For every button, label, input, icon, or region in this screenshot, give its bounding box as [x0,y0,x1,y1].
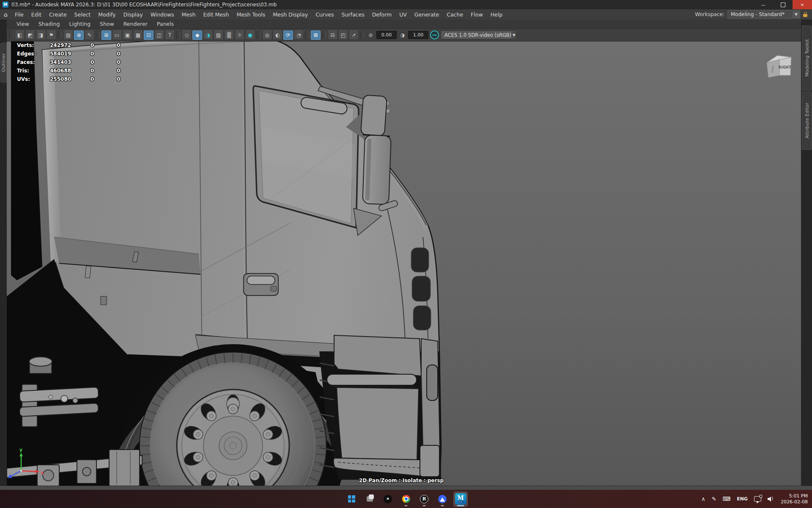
shadows-icon[interactable]: ● [245,30,255,40]
camera-icon[interactable]: ◧ [15,30,25,40]
bookmark-icon[interactable]: ⚑ [47,30,56,40]
menu-item-windows[interactable]: Windows [147,11,178,19]
color-management-toggle[interactable]: ON [430,30,439,39]
gamma-icon[interactable]: ◑ [398,30,407,40]
exposure-field[interactable]: 0.00 [376,31,397,39]
taskbar-start-icon[interactable] [344,491,359,507]
depth-of-field-icon[interactable]: ◔ [294,30,304,40]
menu-item-mesh-tools[interactable]: Mesh Tools [233,11,269,19]
menu-item-edit[interactable]: Edit [27,11,45,19]
close-button[interactable]: ✕ [793,0,812,9]
viewport-canvas[interactable]: y x z RIGHT FRONT [7,41,801,486]
tab-modeling-toolkit[interactable]: Modeling Toolkit [802,25,812,91]
flat-shade-icon[interactable]: ◑ [203,30,213,40]
language-indicator[interactable]: ENG [737,496,748,502]
ambient-occlusion-icon[interactable]: ◎ [262,30,272,40]
panel-menu-lighting[interactable]: Lighting [64,20,95,28]
motion-blur-icon[interactable]: ◐ [273,30,283,40]
isolate-select-icon[interactable]: ⊠ [311,30,321,40]
tab-outliner[interactable]: Outliner [0,43,7,83]
anti-aliasing-icon[interactable]: ⟳ [283,30,293,40]
tray-chevron-icon[interactable]: ∧ [701,496,705,502]
network-icon[interactable] [754,496,761,502]
gamma-field[interactable]: 1.00 [408,31,428,39]
running-indicator [423,505,426,506]
safe-action-icon[interactable]: ◫ [154,30,164,40]
safe-title-icon[interactable]: T [165,30,175,40]
main-menu-bar: ⌂ FileEditCreateSelectModifyDisplayWindo… [0,9,812,20]
panel-menu-view[interactable]: View [12,20,34,28]
taskbar-task-view-icon[interactable] [362,491,377,507]
use-default-material-icon[interactable]: ▒ [224,30,234,40]
backface-culling-icon[interactable]: ◰ [338,30,348,40]
panel-menu-panels[interactable]: Panels [152,20,178,28]
view-transform-select[interactable]: ACES 1.0 SDR-video (sRGB)▼ [441,30,517,39]
taskbar-nordvpn-icon[interactable] [435,491,450,507]
menu-item-file[interactable]: File [11,11,27,19]
field-chart-icon[interactable]: ⊡ [144,30,154,40]
camera-attributes-icon[interactable]: ◨ [36,30,46,40]
pan-zoom-2d-icon[interactable]: ⊕ [74,30,84,40]
taskbar-r-app-icon[interactable]: R [417,491,431,507]
viewport-status-overlay: 2D Pan/Zoom : Isolate : persp [359,478,444,483]
menu-item-help[interactable]: Help [487,11,507,19]
wireframe-on-shaded-icon[interactable]: ⊟ [328,30,337,40]
tab-attribute-editor[interactable]: Attribute Editor [802,91,812,150]
exposure-icon[interactable]: ⊘ [366,30,376,40]
minimize-button[interactable]: — [754,0,773,9]
taskbar-chrome-icon[interactable] [399,491,413,507]
title-bar[interactable]: M 03.mb* - Autodesk MAYA 2026.3: D:\01 3… [0,0,812,9]
gate-mask-icon[interactable]: ▩ [133,30,143,40]
home-icon[interactable]: ⌂ [0,11,11,18]
menu-items: FileEditCreateSelectModifyDisplayWindows… [11,11,506,19]
hud-row: Edges:58401900 [17,50,143,58]
grid-icon[interactable]: ⊞ [102,30,111,40]
xray-icon[interactable]: ↗ [349,30,359,40]
menu-item-display[interactable]: Display [120,11,147,19]
chrome-logo [402,495,410,503]
menu-item-curves[interactable]: Curves [312,11,337,19]
chevron-down-icon: ▼ [793,11,800,18]
maximize-button[interactable] [773,0,793,9]
menu-item-uv[interactable]: UV [395,11,411,19]
door-handle [244,273,278,295]
running-indicator [405,505,408,506]
clock[interactable]: 5:01 PM 2026-02-08 [781,493,808,505]
image-plane-icon[interactable]: ▤ [63,30,73,40]
volume-icon[interactable]: ) [768,496,774,502]
menu-item-surfaces[interactable]: Surfaces [338,11,368,19]
resolution-gate-icon[interactable]: ▣ [123,30,132,40]
running-indicator [441,505,444,506]
taskbar-maya-icon[interactable]: MAYA [453,491,468,507]
wireframe-icon[interactable]: ◇ [182,30,192,40]
menu-item-cache[interactable]: Cache [443,11,467,19]
panel-menu-shading[interactable]: Shading [34,20,65,28]
smooth-shade-icon[interactable]: ◆ [192,30,202,40]
film-gate-icon[interactable]: ▭ [112,30,122,40]
menu-item-modify[interactable]: Modify [94,11,119,19]
touch-keyboard-icon[interactable]: ⌨ [723,496,731,502]
menu-item-mesh[interactable]: Mesh [178,11,199,19]
grease-pencil-icon[interactable]: ✎ [85,30,94,40]
workspace-lock-icon[interactable] [803,12,808,17]
menu-item-create[interactable]: Create [45,11,71,19]
locked-camera-icon[interactable]: ◩ [25,30,35,40]
panel-menu-bar: ViewShadingLightingShowRendererPanels [7,19,801,29]
workspace-value: Modeling - Standard* [728,11,793,17]
menu-item-mesh-display[interactable]: Mesh Display [269,11,312,19]
left-panel-strip: Outliner [0,19,7,486]
menu-item-select[interactable]: Select [71,11,95,19]
menu-item-deform[interactable]: Deform [368,11,395,19]
taskbar-chatgpt-icon[interactable]: ✶ [381,491,395,507]
textured-icon[interactable]: ▨ [214,30,223,40]
workspace-select[interactable]: Modeling - Standard* ▼ [727,10,800,19]
truck-model[interactable] [7,41,441,486]
menu-item-edit-mesh[interactable]: Edit Mesh [199,11,233,19]
panel-menu-show[interactable]: Show [95,20,119,28]
panel-menu-renderer[interactable]: Renderer [119,20,152,28]
menu-item-flow[interactable]: Flow [467,11,487,19]
pen-icon[interactable]: ✎ [712,496,716,502]
toolbar-separator [360,31,364,39]
menu-item-generate[interactable]: Generate [411,11,443,19]
lights-icon[interactable]: ☼ [235,30,244,40]
